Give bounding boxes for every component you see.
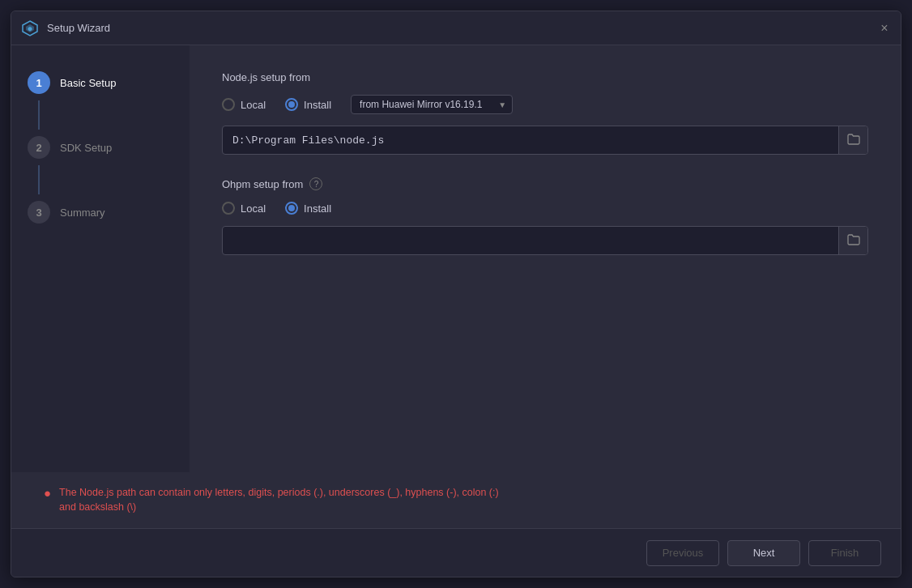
help-icon[interactable]: ?: [309, 177, 322, 190]
step-connector-2: [38, 165, 40, 194]
app-logo-icon: [21, 19, 39, 37]
step-label-3: Summary: [60, 207, 105, 219]
nodejs-browse-button[interactable]: [838, 126, 867, 154]
step-connector-1: [38, 100, 40, 130]
step-item-2[interactable]: 2 SDK Setup: [11, 130, 190, 165]
error-message: ● The Node.js path can contain only lett…: [44, 485, 868, 516]
ohpm-browse-button[interactable]: [838, 227, 867, 254]
nodejs-mirror-dropdown[interactable]: from Huawei Mirror v16.19.1: [351, 95, 513, 114]
finish-button[interactable]: Finish: [808, 540, 881, 566]
nodejs-path-wrapper: [222, 126, 868, 155]
nodejs-path-input[interactable]: [223, 128, 838, 153]
nodejs-local-option[interactable]: Local: [222, 98, 266, 111]
nodejs-mirror-dropdown-wrapper: from Huawei Mirror v16.19.1 ▼: [351, 95, 513, 114]
ohpm-install-radio[interactable]: [285, 202, 298, 215]
ohpm-local-label: Local: [241, 202, 266, 215]
step-label-2: SDK Setup: [60, 142, 112, 154]
step-item-3[interactable]: 3 Summary: [11, 194, 190, 230]
step-circle-2: 2: [28, 136, 50, 159]
titlebar: Setup Wizard ×: [11, 11, 901, 45]
nodejs-radio-group: Local Install from Huawei Mirror v16.19.…: [222, 95, 868, 114]
close-button[interactable]: ×: [878, 22, 891, 35]
ohpm-section-header: Ohpm setup from ?: [222, 177, 868, 190]
ohpm-install-label: Install: [304, 202, 331, 215]
nodejs-install-radio[interactable]: [285, 98, 298, 111]
nodejs-install-radio-dot: [288, 101, 295, 108]
main-content: 1 Basic Setup 2 SDK Setup 3 Summary: [11, 45, 901, 472]
step-item-1[interactable]: 1 Basic Setup: [11, 65, 190, 100]
setup-wizard-window: Setup Wizard × 1 Basic Setup 2 SDK Setup: [11, 11, 901, 577]
ohpm-radio-group: Local Install: [222, 202, 868, 215]
nodejs-install-option[interactable]: Install: [285, 98, 331, 111]
previous-button[interactable]: Previous: [646, 540, 719, 566]
nodejs-section-title: Node.js setup from: [222, 71, 868, 83]
error-icon: ●: [44, 486, 51, 500]
ohpm-path-wrapper: [222, 226, 868, 255]
ohpm-install-option[interactable]: Install: [285, 202, 331, 215]
ohpm-local-option[interactable]: Local: [222, 202, 266, 215]
window-title: Setup Wizard: [47, 22, 870, 34]
error-text: The Node.js path can contain only letter…: [59, 485, 499, 516]
step-label-1: Basic Setup: [60, 77, 116, 89]
ohpm-install-radio-dot: [288, 205, 295, 211]
ohpm-path-input[interactable]: [223, 228, 838, 254]
ohpm-section-title: Ohpm setup from: [222, 178, 303, 190]
folder-icon-ohpm: [847, 234, 860, 248]
nodejs-install-label: Install: [304, 99, 331, 111]
sidebar: 1 Basic Setup 2 SDK Setup 3 Summary: [11, 45, 190, 472]
step-circle-3: 3: [28, 201, 50, 224]
ohpm-local-radio[interactable]: [222, 202, 235, 215]
error-area: ● The Node.js path can contain only lett…: [11, 472, 901, 529]
step-circle-1: 1: [28, 71, 50, 94]
content-area: Node.js setup from Local Install from Hu…: [190, 45, 901, 472]
nodejs-local-label: Local: [241, 99, 266, 111]
nodejs-local-radio[interactable]: [222, 98, 235, 111]
folder-icon: [847, 134, 860, 147]
footer: Previous Next Finish: [11, 528, 901, 577]
next-button[interactable]: Next: [727, 540, 800, 566]
